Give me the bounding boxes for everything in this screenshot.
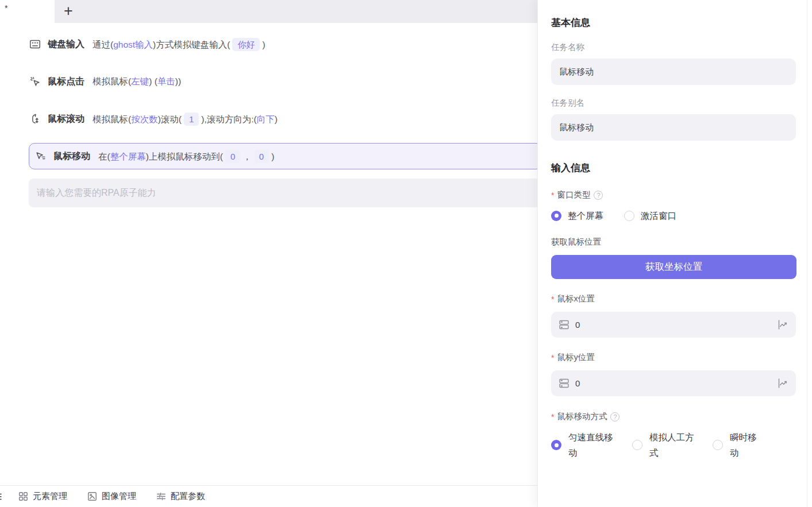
move-mode-radio-group: 匀速直线移动 模拟人工方式 瞬时移动	[551, 429, 796, 460]
step-title: 鼠标移动	[53, 150, 90, 162]
task-alias-label: 任务别名	[551, 98, 796, 109]
task-alias-input[interactable]: 鼠标移动	[551, 114, 796, 141]
radio-selected-icon	[551, 211, 561, 221]
mouse-click-icon	[29, 75, 41, 88]
required-marker: *	[551, 412, 554, 421]
tab-strip: +	[55, 0, 537, 23]
radio-option-full-screen[interactable]: 整个屏幕	[551, 208, 603, 223]
param-chip-count[interactable]: 1	[184, 113, 199, 126]
param-link-direction[interactable]: 向下	[257, 114, 275, 124]
get-mouse-position-text: 获取鼠标位置	[551, 237, 601, 247]
image-icon	[87, 491, 98, 502]
desc-text: ),滚动方向为:(	[201, 114, 256, 124]
bottom-item-label: 元素管理	[33, 491, 67, 502]
atom-search-placeholder: 请输入您需要的RPA原子能力	[37, 187, 156, 199]
desc-text: ) (	[149, 76, 157, 86]
panel-scrollbar-track[interactable]	[807, 0, 807, 507]
desc-text: )方式模拟键盘输入(	[153, 40, 230, 49]
move-mode-label: 鼠标移动方式	[557, 411, 607, 422]
window-type-label-row: * 窗口类型 ?	[551, 189, 796, 200]
task-name-value: 鼠标移动	[559, 67, 594, 78]
flow-step-mouse-scroll[interactable]: 鼠标滚动 模拟鼠标(按次数)滚动(1),滚动方向为:(向下)	[29, 107, 537, 130]
chart-picker-icon[interactable]	[777, 377, 789, 389]
mouse-y-input[interactable]: 0	[551, 370, 796, 396]
clipped-icon[interactable]	[0, 491, 4, 502]
desc-text: )上模拟鼠标移动到(	[146, 152, 223, 161]
flow-step-keyboard-input[interactable]: 键盘输入 通过(ghost输入)方式模拟键盘输入(你好)	[29, 33, 537, 56]
mouse-y-label: 鼠标y位置	[557, 352, 594, 363]
mouse-x-label: 鼠标x位置	[557, 293, 594, 304]
config-params-button[interactable]: 配置参数	[156, 491, 205, 502]
rpa-editor-window: * + 键盘输入 通过(ghost输入)方式模拟键盘输入(你好)	[0, 0, 812, 507]
get-mouse-position-label: 获取鼠标位置	[551, 237, 796, 247]
mouse-x-label-row: * 鼠标x位置	[551, 293, 796, 304]
step-description: 通过(ghost输入)方式模拟键盘输入(你好)	[93, 38, 265, 51]
param-chip-text[interactable]: 你好	[232, 38, 260, 51]
step-title: 鼠标点击	[48, 76, 84, 88]
mouse-x-input[interactable]: 0	[551, 312, 796, 338]
step-description: 模拟鼠标(按次数)滚动(1),滚动方向为:(向下)	[93, 113, 278, 126]
section-title-basic: 基本信息	[551, 16, 796, 29]
radio-label: 瞬时移动	[730, 429, 762, 460]
desc-text: )	[262, 40, 265, 49]
unsaved-indicator: *	[5, 3, 7, 13]
active-tab[interactable]: *	[0, 0, 55, 23]
radio-option-instant-move[interactable]: 瞬时移动	[713, 429, 762, 460]
flow-step-mouse-click[interactable]: 鼠标点击 模拟鼠标(左键) (单击))	[29, 70, 537, 93]
image-manager-button[interactable]: 图像管理	[87, 491, 136, 502]
radio-label: 匀速直线移动	[568, 429, 617, 460]
radio-label: 模拟人工方式	[649, 429, 698, 460]
radio-option-active-window[interactable]: 激活窗口	[624, 208, 676, 223]
desc-text: ))	[175, 76, 181, 86]
desc-text: 通过(	[93, 40, 113, 49]
radio-label: 整个屏幕	[568, 208, 603, 223]
chart-picker-icon[interactable]	[777, 319, 789, 331]
task-name-label: 任务名称	[551, 42, 796, 53]
properties-panel: 基本信息 任务名称 鼠标移动 任务别名 鼠标移动 输入信息 * 窗口类型 ? 整…	[537, 0, 812, 507]
flow-canvas: 键盘输入 通过(ghost输入)方式模拟键盘输入(你好) 鼠标点击 模拟鼠标(左…	[21, 23, 537, 485]
desc-text: 在(	[98, 152, 110, 161]
desc-text: )	[275, 114, 278, 124]
mouse-x-value: 0	[575, 320, 580, 330]
radio-option-simulate-human[interactable]: 模拟人工方式	[632, 429, 698, 460]
param-chip-x[interactable]: 0	[225, 150, 240, 163]
param-link-button[interactable]: 左键	[131, 76, 149, 86]
atom-search-input[interactable]: 请输入您需要的RPA原子能力	[29, 179, 542, 207]
new-tab-button[interactable]: +	[64, 0, 73, 23]
keyboard-icon	[29, 38, 41, 51]
window-type-label: 窗口类型	[557, 189, 590, 200]
step-title: 键盘输入	[48, 38, 84, 51]
param-link-window-type[interactable]: 整个屏幕	[110, 152, 146, 161]
required-marker: *	[551, 191, 554, 200]
variable-stack-icon[interactable]	[558, 377, 570, 389]
desc-text: ，	[243, 152, 252, 161]
mouse-scroll-icon	[29, 113, 41, 125]
desc-text: )	[271, 152, 274, 161]
radio-option-uniform-line-move[interactable]: 匀速直线移动	[551, 429, 617, 460]
param-link-click-type[interactable]: 单击	[157, 76, 175, 86]
help-icon[interactable]: ?	[610, 412, 619, 421]
param-link-scroll-mode[interactable]: 按次数	[131, 114, 158, 124]
desc-text: )滚动(	[158, 114, 182, 124]
bottom-item-label: 图像管理	[102, 491, 136, 502]
help-icon[interactable]: ?	[594, 191, 603, 200]
step-title: 鼠标滚动	[48, 113, 84, 125]
bottom-item-label: 配置参数	[171, 491, 205, 502]
element-manager-button[interactable]: 元素管理	[18, 491, 67, 502]
sliders-icon	[156, 491, 167, 502]
flow-step-mouse-move-selected[interactable]: 鼠标移动 在(整个屏幕)上模拟鼠标移动到(0，0)	[29, 143, 542, 169]
required-marker: *	[551, 353, 554, 362]
radio-unselected-icon	[713, 440, 723, 450]
variable-stack-icon[interactable]	[558, 319, 570, 331]
window-type-radio-group: 整个屏幕 激活窗口	[551, 208, 796, 223]
param-chip-y[interactable]: 0	[254, 150, 269, 163]
radio-selected-icon	[551, 440, 561, 450]
step-description: 在(整个屏幕)上模拟鼠标移动到(0，0)	[98, 150, 274, 163]
required-marker: *	[551, 295, 554, 304]
mouse-y-label-row: * 鼠标y位置	[551, 352, 796, 363]
desc-text: 模拟鼠标(	[93, 114, 131, 124]
param-link-input-mode[interactable]: ghost输入	[113, 40, 153, 49]
mouse-y-value: 0	[575, 378, 580, 388]
task-name-input[interactable]: 鼠标移动	[551, 59, 796, 85]
get-coordinates-button[interactable]: 获取坐标位置	[551, 255, 796, 279]
